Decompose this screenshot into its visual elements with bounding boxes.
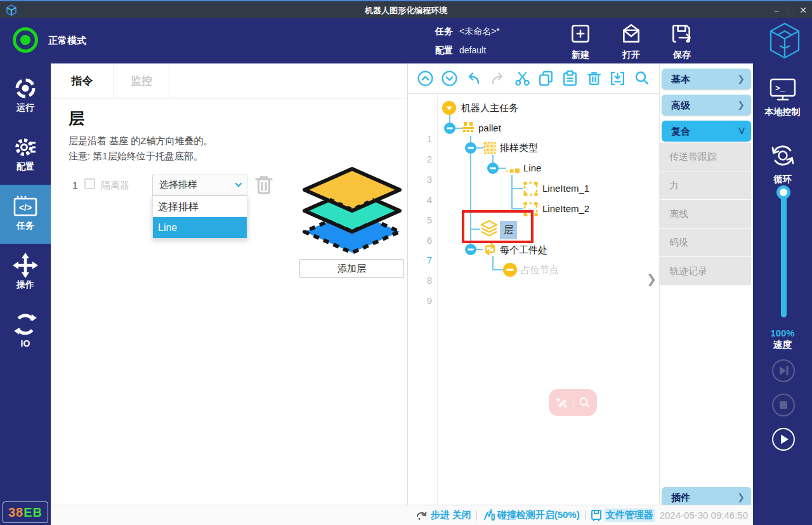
line-number: 3 — [413, 174, 432, 185]
left-sidebar: 运行 配置 </> 任务 操作 IO 38EB — [0, 63, 51, 525]
move-up-icon[interactable] — [417, 70, 434, 87]
svg-text:>_: >_ — [775, 84, 785, 93]
step-forward-icon — [773, 361, 794, 381]
magic-pencil-icon — [555, 395, 569, 409]
svg-text:</>: </> — [19, 203, 32, 213]
file-manager-status[interactable]: 文件管理器 — [591, 508, 655, 522]
redo-icon[interactable] — [489, 70, 507, 87]
status-timestamp: 2024-05-30 09:46:50 — [660, 510, 748, 521]
description-line-2: 注意: 第1层始终位于托盘底部。 — [69, 150, 203, 163]
config-value: default — [459, 45, 486, 55]
lib-item-offline[interactable]: 离线 — [660, 200, 751, 228]
sidebar-item-config[interactable]: 配置 — [0, 126, 51, 185]
line-number: 2 — [413, 154, 432, 164]
dropdown-option-line[interactable]: Line — [153, 217, 247, 238]
tree-node-foreach[interactable]: 每个工件处 — [500, 244, 547, 256]
status-divider — [476, 510, 477, 521]
robot-programming-app: 机器人图形化编程环境 – ▢ ✕ 正常模式 任务<未命名>* 配置default… — [0, 0, 812, 525]
collapse-node-icon[interactable] — [442, 101, 456, 117]
chevron-right-icon: ❯ — [737, 95, 745, 116]
sidebar-item-task[interactable]: </> 任务 — [0, 185, 51, 244]
local-control-button[interactable]: >_ 本地控制 — [753, 77, 812, 118]
tree-node-placeholder[interactable]: 占位节点 — [521, 264, 559, 276]
foreach-node-icon — [483, 243, 497, 258]
task-value: <未命名>* — [459, 26, 500, 36]
speed-value: 100% — [753, 328, 812, 338]
step-forward-button[interactable] — [772, 359, 795, 382]
speed-label: 速度 — [753, 339, 812, 351]
tab-monitor[interactable]: 监控 — [114, 63, 169, 98]
new-task-button[interactable]: 新建 — [561, 22, 599, 61]
tree-connector — [476, 249, 483, 250]
category-advanced[interactable]: 高级❯ — [662, 95, 751, 116]
sidebar-item-run[interactable]: 运行 — [0, 67, 51, 126]
task-icon: </> — [0, 194, 51, 220]
open-icon — [619, 37, 643, 48]
title-bar: 机器人图形化编程环境 – ▢ ✕ — [0, 0, 812, 18]
tree-node-main-task[interactable]: 机器人主任务 — [461, 102, 518, 114]
cut-icon[interactable] — [514, 70, 531, 87]
minimize-button[interactable]: – — [769, 3, 784, 18]
open-task-button[interactable]: 打开 — [612, 22, 650, 61]
magnifier-icon — [577, 395, 591, 409]
save-task-button[interactable]: 保存 — [663, 22, 701, 61]
search-icon[interactable] — [633, 70, 650, 87]
delete-layer-icon[interactable] — [254, 174, 274, 198]
task-label: 任务 — [435, 26, 453, 36]
chevron-right-icon: ❯ — [737, 69, 745, 90]
dropdown-option-select[interactable]: 选择排样 — [153, 196, 247, 217]
undo-icon[interactable] — [464, 70, 482, 87]
close-button[interactable]: ✕ — [796, 3, 811, 18]
tree-node-pattern-type[interactable]: 排样类型 — [500, 142, 538, 154]
collapse-minus-icon[interactable] — [444, 123, 455, 136]
speed-slider-knob[interactable] — [776, 185, 790, 199]
sidebar-item-operate[interactable]: 操作 — [0, 244, 51, 303]
speed-slider-track[interactable] — [781, 190, 787, 317]
tree-node-line[interactable]: Line — [523, 163, 541, 173]
loop-icon — [769, 142, 796, 169]
collapse-minus-icon[interactable] — [465, 244, 476, 258]
terminal-icon: >_ — [769, 77, 797, 102]
add-layer-button[interactable]: 添加层 — [299, 259, 404, 278]
panel-expand-chevron[interactable]: ❯ — [646, 272, 657, 286]
step-mode-status[interactable]: 步进 关闭 — [416, 509, 471, 521]
collapse-minus-icon[interactable] — [487, 163, 499, 176]
task-tree-panel: 1 2 3 4 5 6 7 8 9 机器人主任务 pallet — [408, 63, 660, 505]
tab-instruction[interactable]: 指令 — [51, 63, 114, 98]
mode-label: 正常模式 — [48, 35, 86, 47]
play-icon — [773, 429, 794, 449]
tree-connector — [476, 147, 483, 149]
pallet-node-icon — [462, 122, 475, 136]
separator-checkbox[interactable] — [84, 178, 95, 189]
line-number: 5 — [413, 215, 432, 225]
file-manager-icon — [591, 509, 602, 522]
collapse-icon[interactable] — [609, 70, 626, 87]
collision-detect-status[interactable]: 碰撞检测开启(50%) — [482, 509, 580, 522]
lib-item-conveyor-tracking[interactable]: 传送带跟踪 — [660, 143, 751, 171]
play-button[interactable] — [772, 428, 795, 451]
instruction-library-panel: 基本❯ 高级❯ 复合ᐯ 传送带跟踪 力 离线 码垛 轨迹记录 插件❯ — [660, 63, 753, 505]
move-down-icon[interactable] — [441, 70, 458, 87]
lib-item-palletizing[interactable]: 码垛 — [660, 229, 751, 256]
stop-button[interactable] — [772, 394, 795, 416]
tree-node-lineitem2[interactable]: LineItem_2 — [542, 203, 589, 214]
line-number: 8 — [413, 275, 432, 286]
stop-icon — [773, 395, 794, 415]
tree-node-pallet[interactable]: pallet — [478, 123, 501, 133]
line-item-node-icon — [523, 182, 538, 199]
sidebar-item-io[interactable]: IO — [0, 303, 51, 362]
loop-button[interactable]: 循环 — [753, 142, 812, 185]
line-pattern-node-icon — [506, 165, 520, 176]
lib-item-trajectory-record[interactable]: 轨迹记录 — [660, 257, 751, 285]
tree-node-lineitem1[interactable]: LineItem_1 — [542, 183, 589, 194]
collapse-minus-icon[interactable] — [465, 142, 476, 156]
category-basic[interactable]: 基本❯ — [662, 69, 751, 90]
paste-icon[interactable] — [561, 70, 579, 87]
description-line-1: 层是沿着 基座 的Z轴方向堆叠的。 — [69, 135, 213, 147]
category-composite[interactable]: 复合ᐯ — [662, 121, 751, 142]
line-number-selected: 7 — [413, 255, 432, 265]
copy-icon[interactable] — [537, 70, 554, 87]
lib-item-force[interactable]: 力 — [660, 171, 751, 199]
pattern-select[interactable]: 选择排样 — [152, 175, 247, 196]
delete-icon[interactable] — [586, 70, 603, 87]
